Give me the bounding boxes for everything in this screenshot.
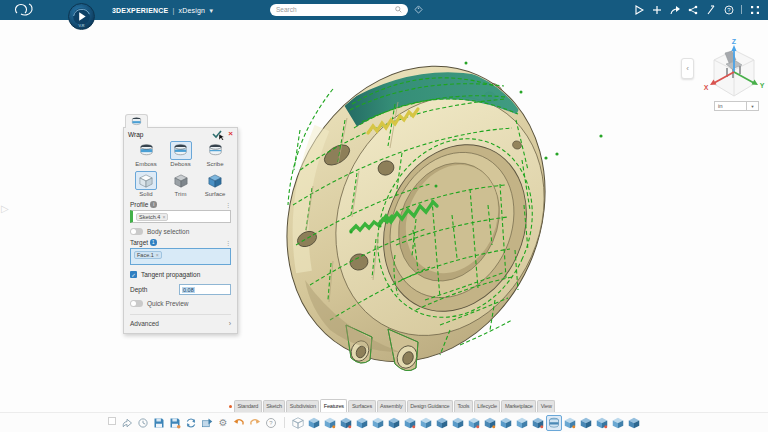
- view-triad[interactable]: Z Y X: [696, 38, 766, 110]
- tool-pattern[interactable]: [578, 415, 594, 431]
- tab-standard[interactable]: Standard: [234, 400, 262, 412]
- collapse-triad-button[interactable]: ‹: [681, 58, 694, 79]
- tool-pad[interactable]: [306, 415, 322, 431]
- tool-pocket[interactable]: [322, 415, 338, 431]
- model-ring[interactable]: [0, 0, 768, 432]
- panel-expander-icon[interactable]: ▷: [1, 203, 9, 214]
- tangent-propagation-checkbox[interactable]: ✓: [130, 271, 137, 278]
- promote-icon[interactable]: [669, 4, 680, 15]
- scribe-icon: [204, 141, 226, 160]
- target-options-icon[interactable]: ⋮: [225, 239, 231, 246]
- tool-share[interactable]: [119, 415, 135, 431]
- tool-chamfer[interactable]: [466, 415, 482, 431]
- tab-subdivision[interactable]: Subdivision: [286, 400, 319, 412]
- tool-settings[interactable]: ⚙: [215, 415, 231, 431]
- chevron-down-icon: ▼: [208, 8, 214, 14]
- tool-save-as[interactable]: [167, 415, 183, 431]
- search-placeholder: Search: [276, 6, 395, 13]
- option-deboss[interactable]: Deboss: [165, 141, 197, 167]
- profile-options-icon[interactable]: ⋮: [225, 201, 231, 208]
- tool-rib[interactable]: [402, 415, 418, 431]
- axis-x-label: X: [704, 84, 709, 91]
- tool-thread[interactable]: [434, 415, 450, 431]
- profile-label: Profile: [130, 201, 148, 208]
- target-label: Target: [130, 239, 148, 246]
- advanced-label: Advanced: [130, 320, 159, 327]
- tool-sync[interactable]: [183, 415, 199, 431]
- tool-split[interactable]: [610, 415, 626, 431]
- tool-save[interactable]: [151, 415, 167, 431]
- body-selection-toggle[interactable]: [130, 228, 143, 235]
- units-select[interactable]: in: [714, 101, 747, 111]
- search-input[interactable]: Search: [270, 4, 408, 16]
- viewport-3d[interactable]: ▷ ‹ Z Y X in ▼ Wrap: [0, 20, 768, 399]
- info-icon: i: [150, 201, 157, 208]
- tab-sketch[interactable]: Sketch: [263, 400, 286, 412]
- tool-undo[interactable]: [231, 415, 247, 431]
- target-chip[interactable]: Face.1×: [134, 251, 162, 259]
- tab-features[interactable]: Features: [320, 399, 347, 412]
- tool-fillet[interactable]: [450, 415, 466, 431]
- ok-button[interactable]: [212, 129, 224, 139]
- tool-groove[interactable]: [354, 415, 370, 431]
- share-icon[interactable]: [687, 4, 698, 15]
- close-icon[interactable]: ×: [228, 130, 233, 138]
- tool-box-outline[interactable]: [290, 415, 306, 431]
- depth-input[interactable]: 0.08: [179, 284, 231, 295]
- tool-hole[interactable]: [418, 415, 434, 431]
- tool-boss[interactable]: [530, 415, 546, 431]
- tab-marketplace[interactable]: Marketplace: [501, 400, 536, 412]
- profile-chip[interactable]: Sketch.4×: [136, 213, 168, 221]
- quick-preview-toggle[interactable]: [130, 300, 143, 307]
- tool-history[interactable]: [135, 415, 151, 431]
- tool-scale[interactable]: [594, 415, 610, 431]
- option-trim[interactable]: Trim: [165, 171, 197, 197]
- tab-lifecycle[interactable]: Lifecycle: [474, 400, 501, 412]
- target-input[interactable]: Face.1×: [130, 248, 231, 265]
- chevron-right-icon: ›: [229, 320, 231, 327]
- search-icon: [395, 6, 402, 13]
- wrap-dialog-tab[interactable]: [125, 114, 148, 128]
- toolbar-handle[interactable]: [108, 417, 116, 425]
- app-title[interactable]: 3DEXPERIENCE|xDesign▼: [112, 7, 214, 14]
- chip-remove-icon[interactable]: ×: [156, 252, 159, 258]
- compass-logo[interactable]: V.R: [68, 3, 95, 30]
- tool-sweep[interactable]: [370, 415, 386, 431]
- tool-help[interactable]: ?: [263, 415, 279, 431]
- add-icon[interactable]: [651, 4, 662, 15]
- tool-export[interactable]: [199, 415, 215, 431]
- chip-remove-icon[interactable]: ×: [162, 214, 165, 220]
- brand-name: 3DEXPERIENCE: [112, 7, 168, 14]
- tool-slot[interactable]: [514, 415, 530, 431]
- app-name: xDesign: [179, 7, 206, 14]
- tool-draft[interactable]: [482, 415, 498, 431]
- present-icon[interactable]: [633, 4, 644, 15]
- tool-mirror[interactable]: [562, 415, 578, 431]
- tool-wrap[interactable]: [546, 415, 562, 431]
- option-solid[interactable]: Solid: [130, 171, 162, 197]
- tab-tools[interactable]: Tools: [454, 400, 473, 412]
- svg-text:?: ?: [727, 7, 731, 13]
- pen-icon[interactable]: [705, 4, 716, 15]
- tab-view[interactable]: View: [537, 400, 555, 412]
- help-icon[interactable]: ?: [723, 4, 734, 15]
- option-emboss[interactable]: Emboss: [130, 141, 162, 167]
- option-surface[interactable]: Surface: [199, 171, 231, 197]
- tag-icon[interactable]: [414, 5, 423, 14]
- profile-input[interactable]: Sketch.4×: [130, 210, 231, 223]
- advanced-section[interactable]: Advanced ›: [130, 314, 231, 327]
- tab-assembly[interactable]: Assembly: [377, 400, 406, 412]
- tool-revolve[interactable]: [338, 415, 354, 431]
- tool-shell[interactable]: [498, 415, 514, 431]
- units-dropdown-button[interactable]: ▼: [747, 101, 759, 111]
- tool-combine[interactable]: [626, 415, 642, 431]
- top-bar: V.R 3DEXPERIENCE|xDesign▼ Search ?: [0, 0, 768, 20]
- depth-label: Depth: [130, 286, 147, 293]
- option-scribe[interactable]: Scribe: [199, 141, 231, 167]
- tab-design-guidance[interactable]: Design Guidance: [407, 400, 453, 412]
- grid-icon[interactable]: [749, 4, 760, 15]
- tool-redo[interactable]: [247, 415, 263, 431]
- tool-loft[interactable]: [386, 415, 402, 431]
- separator: [741, 5, 742, 14]
- tab-surfaces[interactable]: Surfaces: [348, 400, 375, 412]
